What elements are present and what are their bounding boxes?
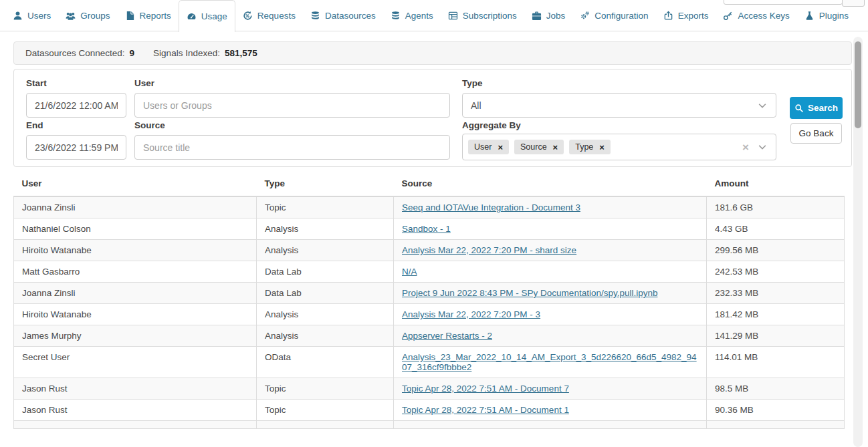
cell-amount: 90.36 MB [707,400,845,421]
tab-requests[interactable]: Requests [235,0,303,31]
remove-tag-icon[interactable]: × [553,143,558,152]
cell-amount: 299.56 MB [707,240,845,261]
tab-reports[interactable]: Reports [118,0,179,31]
cell-amount: 232.33 MB [707,283,845,304]
table-row: Hiroito WatanabeAnalysisAnalysis Mar 22,… [14,304,845,325]
start-label: Start [26,78,47,88]
search-button-label: Search [808,103,838,113]
source-link[interactable]: N/A [402,267,417,277]
cell-amount: 4.43 GB [707,218,845,240]
cell-type: Analysis [257,304,394,325]
table-row: Matt GasbarroData LabN/A242.53 MB [14,261,845,283]
cell-source: Analysis_23_Mar_2022_10_14_AM_Export_3_5… [394,347,707,378]
table-row: Jason RustTopicTopic Apr 28, 2022 7:51 A… [14,400,845,421]
table-row: Nathaniel ColsonAnalysisSandbox - 14.43 … [14,218,845,240]
type-label: Type [462,78,483,88]
cell-type: Data Lab [257,261,394,283]
source-filter-input[interactable] [134,135,450,160]
scrollbar-thumb[interactable] [855,41,861,128]
database-icon [391,11,401,21]
cell-amount: 242.53 MB [707,261,845,283]
table-body: Joanna ZinsliTopicSeeq and IOTAVue Integ… [14,196,845,429]
source-link[interactable]: Project 9 Jun 2022 8:43 PM - SPy Documen… [402,288,657,298]
cell-type: Topic [257,378,394,400]
clear-x-icon[interactable]: × [742,142,749,153]
cell-source: Analysis Mar 22, 2022 7:20 PM - 3 [394,304,707,325]
tab-agents[interactable]: Agents [383,0,441,31]
aggregate-tag-source: Source× [514,140,564,154]
users-icon [66,11,76,21]
chevron-down-icon [757,100,768,111]
tab-groups[interactable]: Groups [58,0,117,31]
column-header-amount: Amount [707,172,845,196]
source-link[interactable]: Topic Apr 28, 2022 7:51 AM - Document 7 [402,384,569,394]
go-back-button[interactable]: Go Back [790,123,842,144]
remove-tag-icon[interactable]: × [498,143,503,152]
remove-tag-icon[interactable]: × [599,143,605,152]
source-link[interactable]: Seeq and IOTAVue Integration - Document … [402,202,580,212]
user-filter-input[interactable] [134,93,450,118]
cell-source: Seeq and IOTAVue Integration - Document … [394,196,707,218]
cell-empty [257,421,394,429]
top-search-input[interactable] [724,0,843,5]
gears-icon [580,11,590,21]
export-icon [663,11,673,21]
tab-exports[interactable]: Exports [656,0,716,31]
top-search-button[interactable] [842,0,865,7]
scrollbar-track[interactable] [853,37,863,447]
tab-configuration[interactable]: Configuration [572,0,655,31]
table-row: Joanna ZinsliData LabProject 9 Jun 2022 … [14,283,845,304]
column-header-source: Source [394,172,707,196]
tab-label: Subscriptions [463,11,517,21]
cell-source: Analysis Mar 22, 2022 7:20 PM - shard si… [394,240,707,261]
source-link[interactable]: Topic Apr 28, 2022 7:51 AM - Document 1 [402,405,569,415]
cell-amount: 114.01 MB [707,347,845,378]
search-icon [794,104,804,113]
cell-user: Hiroito Watanabe [14,304,257,325]
table-row-partial [14,421,845,429]
chevron-down-icon [757,142,768,152]
flask-icon [804,11,815,21]
source-link[interactable]: Analysis_23_Mar_2022_10_14_AM_Export_3_5… [402,352,697,372]
tab-subscriptions[interactable]: Subscriptions [441,0,524,31]
source-label: Source [134,120,165,130]
tab-label: Usage [201,11,227,21]
cell-amount: 141.29 MB [707,325,845,347]
aggregate-by-select[interactable]: User×Source×Type× × [462,134,776,160]
source-link[interactable]: Analysis Mar 22, 2022 7:20 PM - 3 [402,309,540,319]
source-link[interactable]: Sandbox - 1 [402,224,451,234]
gauge-icon [187,11,197,21]
tag-label: Type [575,142,593,152]
cell-amount: 98.5 MB [707,378,845,400]
type-select-value: All [471,100,481,111]
tab-label: Jobs [546,11,566,21]
search-button[interactable]: Search [790,97,843,119]
tab-usage[interactable]: Usage [179,0,235,32]
cell-user: Nathaniel Colson [14,218,257,240]
cell-type: Analysis [257,218,394,240]
cell-source: Sandbox - 1 [394,218,707,240]
cell-type: Topic [257,196,394,218]
cell-type: Data Lab [257,283,394,304]
cell-user: Secret User [14,347,257,378]
tab-jobs[interactable]: Jobs [524,0,573,31]
source-link[interactable]: Appserver Restarts - 2 [402,331,492,341]
database-icon [310,11,320,21]
cell-user: Hiroito Watanabe [14,240,257,261]
cell-source: Project 9 Jun 2022 8:43 PM - SPy Documen… [394,283,707,304]
tab-access-keys[interactable]: Access Keys [716,0,796,31]
tab-label: Exports [678,11,709,21]
cell-type: Analysis [257,240,394,261]
start-date-input[interactable] [26,93,126,118]
cell-empty [707,421,845,429]
datasources-connected-value: 9 [130,48,135,58]
tab-users[interactable]: Users [5,0,58,31]
tab-label: Configuration [594,11,648,21]
end-date-input[interactable] [26,135,126,160]
tab-datasources[interactable]: Datasources [303,0,383,31]
briefcase-icon [532,11,542,21]
aggregate-tag-user: User× [468,140,509,154]
type-select[interactable]: All [462,93,776,118]
column-header-user: User [14,172,257,196]
source-link[interactable]: Analysis Mar 22, 2022 7:20 PM - shard si… [402,245,576,255]
